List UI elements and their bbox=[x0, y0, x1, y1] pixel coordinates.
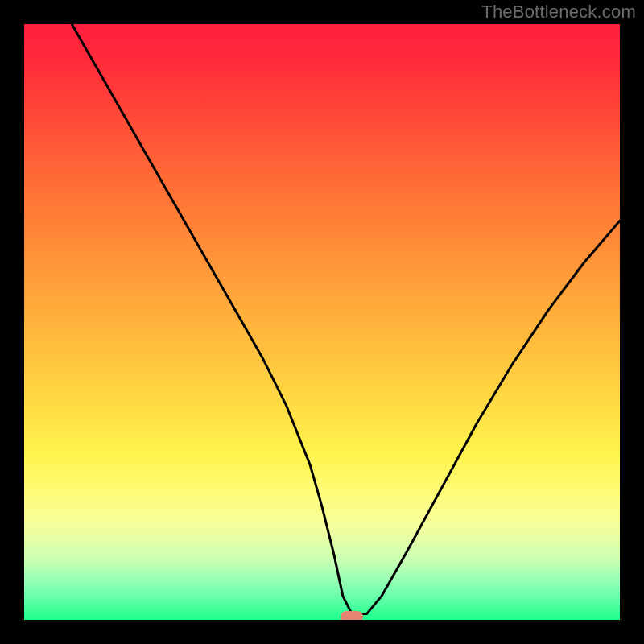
plot-area bbox=[24, 24, 620, 620]
chart-frame: TheBottleneck.com bbox=[0, 0, 644, 644]
watermark-text: TheBottleneck.com bbox=[481, 2, 636, 23]
optimal-marker bbox=[341, 611, 363, 620]
bottleneck-curve bbox=[72, 24, 620, 614]
curve-svg bbox=[24, 24, 620, 620]
